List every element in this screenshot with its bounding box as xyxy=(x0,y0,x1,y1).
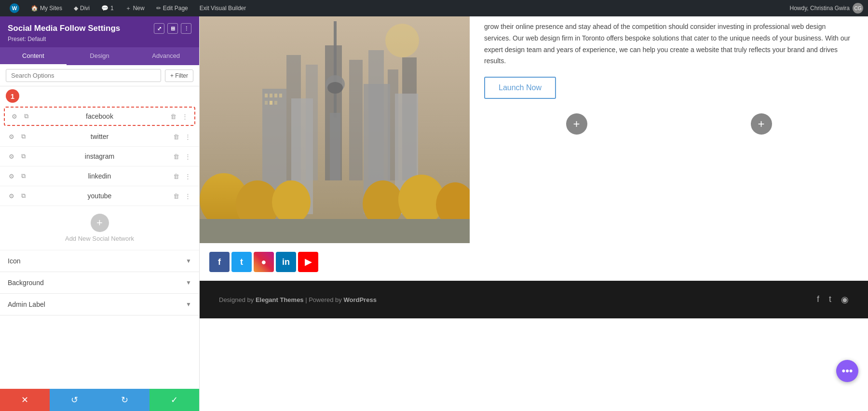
my-sites-item[interactable]: 🏠 My Sites xyxy=(26,0,67,16)
tab-advanced[interactable]: Advanced xyxy=(133,47,199,65)
copy-icon-linkedin[interactable]: ⧉ xyxy=(18,171,28,181)
tab-design[interactable]: Design xyxy=(67,47,133,65)
copy-icon-youtube[interactable]: ⧉ xyxy=(18,191,28,201)
page-body-text: grow their online presence and stay ahea… xyxy=(484,21,854,67)
settings-icon-youtube[interactable]: ⚙ xyxy=(7,191,16,201)
admin-bar-right: Howdy, Christina Gwira CG xyxy=(790,3,863,14)
footer-icon-facebook[interactable]: f xyxy=(817,294,819,305)
delete-icon-instagram[interactable]: 🗑 xyxy=(171,151,181,161)
footer-designed-by: Designed by xyxy=(219,296,256,303)
settings-icon-twitter[interactable]: ⚙ xyxy=(7,132,16,141)
divi-item[interactable]: ◆ Divi xyxy=(69,0,95,16)
floating-menu-button[interactable]: ••• xyxy=(836,360,858,382)
panel-title-row: Social Media Follow Settings ⤢ ⊞ ⋮ xyxy=(8,23,191,34)
add-section-button-1[interactable]: + xyxy=(566,113,587,135)
drag-icon-twitter[interactable]: ⋮ xyxy=(183,132,192,141)
add-new-section: + Add New Social Network xyxy=(0,206,199,250)
cancel-button[interactable]: ✕ xyxy=(0,389,50,411)
accordion-background-header[interactable]: Background ▼ xyxy=(0,272,199,293)
comment-item[interactable]: 💬 1 xyxy=(96,0,119,16)
resize-icon[interactable]: ⤢ xyxy=(154,23,164,34)
footer-icon-twitter[interactable]: t xyxy=(829,294,831,305)
delete-icon-youtube[interactable]: 🗑 xyxy=(171,191,181,201)
network-name-youtube: youtube xyxy=(31,192,168,200)
page-text-col: grow their online presence and stay ahea… xyxy=(470,16,868,281)
svg-rect-4 xyxy=(349,60,363,180)
avatar: CG xyxy=(853,3,863,14)
copy-icon-facebook[interactable]: ⧉ xyxy=(21,111,31,121)
social-icon-facebook[interactable]: f xyxy=(209,252,230,272)
accordion-icon-label: Icon xyxy=(8,257,20,265)
chevron-down-icon-admin-label: ▼ xyxy=(186,301,191,308)
footer-text: Designed by Elegant Themes | Powered by … xyxy=(219,296,377,303)
redo-button[interactable]: ↻ xyxy=(100,389,149,411)
social-icon-linkedin[interactable]: in xyxy=(276,252,296,272)
accordion-background-label: Background xyxy=(8,279,44,287)
settings-icon-facebook[interactable]: ⚙ xyxy=(10,111,19,121)
drag-icon-facebook[interactable]: ⋮ xyxy=(180,111,190,121)
delete-icon-facebook[interactable]: 🗑 xyxy=(168,111,178,121)
copy-icon-instagram[interactable]: ⧉ xyxy=(18,151,28,161)
menu-dots-icon[interactable]: ⋮ xyxy=(181,23,191,34)
drag-icon-linkedin[interactable]: ⋮ xyxy=(183,171,192,181)
add-new-button[interactable]: + xyxy=(91,214,109,232)
settings-icon-instagram[interactable]: ⚙ xyxy=(7,151,16,161)
divi-label: Divi xyxy=(80,5,90,12)
my-sites-label: My Sites xyxy=(40,5,62,12)
edit-icon: ✏ xyxy=(156,5,161,12)
network-item-icons-twitter: ⚙ ⧉ xyxy=(7,132,28,141)
page-footer: Designed by Elegant Themes | Powered by … xyxy=(200,281,868,318)
footer-separator: | Powered by xyxy=(304,296,344,303)
launch-now-button[interactable]: Launch Now xyxy=(484,77,556,99)
accordion-admin-label-text: Admin Label xyxy=(8,301,45,308)
page-content: f t ● in ▶ grow their online presence an… xyxy=(200,16,868,318)
network-item-facebook[interactable]: ⚙ ⧉ facebook 🗑 ⋮ xyxy=(4,107,195,126)
step-badge: 1 xyxy=(6,89,19,103)
grid-icon[interactable]: ⊞ xyxy=(167,23,178,34)
delete-icon-linkedin[interactable]: 🗑 xyxy=(171,171,181,181)
search-input[interactable] xyxy=(6,69,161,82)
network-name-linkedin: linkedin xyxy=(31,172,168,180)
floating-btn-label: ••• xyxy=(841,365,853,377)
tab-content[interactable]: Content xyxy=(0,47,67,65)
svg-point-10 xyxy=(327,82,343,94)
network-item-instagram[interactable]: ⚙ ⧉ instagram 🗑 ⋮ xyxy=(0,147,199,166)
undo-button[interactable]: ↺ xyxy=(50,389,99,411)
delete-icon-twitter[interactable]: 🗑 xyxy=(171,132,181,141)
network-name-twitter: twitter xyxy=(31,133,168,140)
svg-rect-8 xyxy=(334,21,337,118)
accordion-icon-header[interactable]: Icon ▼ xyxy=(0,250,199,272)
exit-visual-builder-item[interactable]: Exit Visual Builder xyxy=(195,0,251,16)
social-icon-youtube[interactable]: ▶ xyxy=(298,252,318,272)
footer-icon-instagram[interactable]: ◉ xyxy=(841,294,849,305)
settings-icon-linkedin[interactable]: ⚙ xyxy=(7,171,16,181)
network-name-facebook: facebook xyxy=(34,112,165,120)
home-icon: 🏠 xyxy=(31,5,38,12)
wp-icon: W xyxy=(10,3,19,13)
network-item-twitter[interactable]: ⚙ ⧉ twitter 🗑 ⋮ xyxy=(0,127,199,147)
social-icon-instagram[interactable]: ● xyxy=(254,252,274,272)
new-item[interactable]: ＋ New xyxy=(121,0,149,16)
svg-point-25 xyxy=(272,180,311,224)
save-button[interactable]: ✓ xyxy=(149,389,199,411)
social-icons-row: f t ● in ▶ xyxy=(200,243,470,281)
wp-logo-item[interactable]: W xyxy=(5,0,24,16)
drag-icon-instagram[interactable]: ⋮ xyxy=(183,151,192,161)
social-icon-twitter[interactable]: t xyxy=(231,252,252,272)
add-section-button-2[interactable]: + xyxy=(751,113,772,135)
network-item-linkedin[interactable]: ⚙ ⧉ linkedin 🗑 ⋮ xyxy=(0,166,199,186)
page-hero-image xyxy=(200,16,470,243)
network-actions-twitter: 🗑 ⋮ xyxy=(171,132,192,141)
drag-icon-youtube[interactable]: ⋮ xyxy=(183,191,192,201)
network-item-youtube[interactable]: ⚙ ⧉ youtube 🗑 ⋮ xyxy=(0,186,199,206)
exit-vb-label: Exit Visual Builder xyxy=(200,5,246,12)
accordion-background: Background ▼ xyxy=(0,272,199,294)
edit-page-item[interactable]: ✏ Edit Page xyxy=(151,0,193,16)
plus-icon: ＋ xyxy=(125,4,131,13)
chevron-down-icon-background: ▼ xyxy=(186,279,191,286)
copy-icon-twitter[interactable]: ⧉ xyxy=(18,132,28,141)
bottom-bar: ✕ ↺ ↻ ✓ xyxy=(0,389,199,411)
main-layout: Social Media Follow Settings ⤢ ⊞ ⋮ Prese… xyxy=(0,16,868,411)
filter-button[interactable]: + Filter xyxy=(165,69,193,82)
accordion-admin-label-header[interactable]: Admin Label ▼ xyxy=(0,294,199,315)
